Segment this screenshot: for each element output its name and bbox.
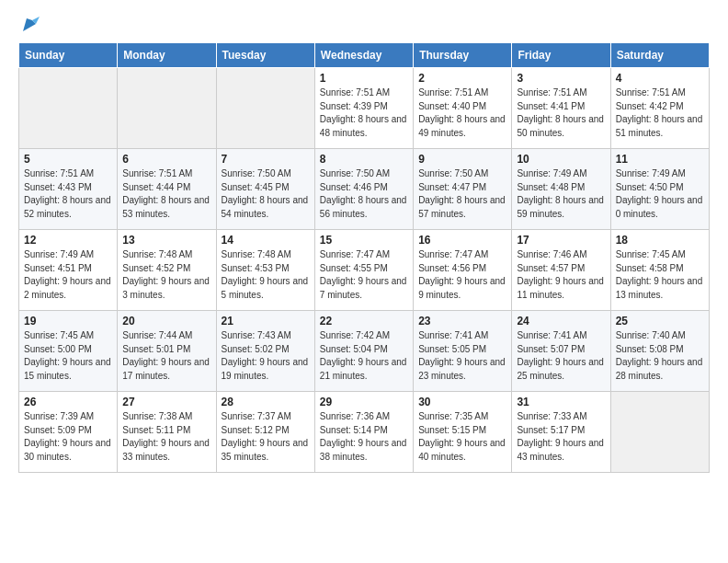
- day-info: Sunrise: 7:49 AM Sunset: 4:50 PM Dayligh…: [616, 167, 704, 221]
- day-number: 29: [320, 396, 408, 408]
- calendar-week-row: 19Sunrise: 7:45 AM Sunset: 5:00 PM Dayli…: [19, 311, 710, 392]
- calendar-cell: [19, 68, 118, 149]
- weekday-header: Monday: [118, 43, 216, 68]
- day-number: 16: [418, 234, 506, 247]
- day-number: 21: [222, 315, 310, 327]
- day-number: 2: [418, 72, 506, 85]
- day-number: 25: [616, 315, 704, 327]
- day-info: Sunrise: 7:35 AM Sunset: 5:15 PM Dayligh…: [418, 410, 506, 464]
- weekday-header-row: SundayMondayTuesdayWednesdayThursdayFrid…: [19, 43, 710, 68]
- logo-text: [18, 15, 40, 35]
- day-info: Sunrise: 7:42 AM Sunset: 5:04 PM Dayligh…: [320, 329, 408, 383]
- day-info: Sunrise: 7:51 AM Sunset: 4:41 PM Dayligh…: [517, 86, 605, 140]
- calendar-cell: 28Sunrise: 7:37 AM Sunset: 5:12 PM Dayli…: [216, 392, 314, 473]
- day-info: Sunrise: 7:45 AM Sunset: 4:58 PM Dayligh…: [616, 248, 704, 302]
- calendar-cell: 12Sunrise: 7:49 AM Sunset: 4:51 PM Dayli…: [19, 230, 118, 311]
- day-number: 18: [616, 234, 704, 247]
- calendar-cell: 14Sunrise: 7:48 AM Sunset: 4:53 PM Dayli…: [216, 230, 314, 311]
- calendar-cell: 2Sunrise: 7:51 AM Sunset: 4:40 PM Daylig…: [414, 68, 512, 149]
- day-info: Sunrise: 7:50 AM Sunset: 4:47 PM Dayligh…: [418, 167, 506, 221]
- calendar-week-row: 1Sunrise: 7:51 AM Sunset: 4:39 PM Daylig…: [19, 68, 710, 149]
- weekday-header: Saturday: [610, 43, 709, 68]
- day-info: Sunrise: 7:43 AM Sunset: 5:02 PM Dayligh…: [222, 329, 310, 383]
- calendar-cell: 20Sunrise: 7:44 AM Sunset: 5:01 PM Dayli…: [118, 311, 216, 392]
- day-number: 4: [616, 72, 704, 85]
- weekday-header: Sunday: [19, 43, 118, 68]
- day-number: 13: [122, 234, 210, 247]
- calendar-cell: 11Sunrise: 7:49 AM Sunset: 4:50 PM Dayli…: [610, 149, 709, 230]
- day-number: 30: [418, 396, 506, 408]
- day-info: Sunrise: 7:51 AM Sunset: 4:44 PM Dayligh…: [122, 167, 210, 221]
- day-number: 17: [517, 234, 605, 247]
- day-info: Sunrise: 7:50 AM Sunset: 4:45 PM Dayligh…: [222, 167, 310, 221]
- calendar-cell: 24Sunrise: 7:41 AM Sunset: 5:07 PM Dayli…: [512, 311, 610, 392]
- day-info: Sunrise: 7:49 AM Sunset: 4:51 PM Dayligh…: [24, 248, 112, 302]
- day-number: 28: [222, 396, 310, 408]
- day-info: Sunrise: 7:40 AM Sunset: 5:08 PM Dayligh…: [616, 329, 704, 383]
- logo-icon: [19, 15, 40, 35]
- day-info: Sunrise: 7:44 AM Sunset: 5:01 PM Dayligh…: [122, 329, 210, 383]
- calendar-week-row: 26Sunrise: 7:39 AM Sunset: 5:09 PM Dayli…: [19, 392, 710, 473]
- day-number: 12: [24, 234, 112, 247]
- day-info: Sunrise: 7:51 AM Sunset: 4:39 PM Dayligh…: [320, 86, 408, 140]
- calendar-cell: 27Sunrise: 7:38 AM Sunset: 5:11 PM Dayli…: [118, 392, 216, 473]
- day-number: 14: [222, 234, 310, 247]
- day-number: 5: [24, 153, 112, 166]
- day-number: 7: [222, 153, 310, 166]
- day-info: Sunrise: 7:36 AM Sunset: 5:14 PM Dayligh…: [320, 410, 408, 464]
- day-info: Sunrise: 7:48 AM Sunset: 4:53 PM Dayligh…: [222, 248, 310, 302]
- calendar-cell: 17Sunrise: 7:46 AM Sunset: 4:57 PM Dayli…: [512, 230, 610, 311]
- weekday-header: Tuesday: [216, 43, 314, 68]
- day-number: 26: [24, 396, 112, 408]
- day-info: Sunrise: 7:41 AM Sunset: 5:07 PM Dayligh…: [517, 329, 605, 383]
- day-number: 8: [320, 153, 408, 166]
- calendar-cell: 3Sunrise: 7:51 AM Sunset: 4:41 PM Daylig…: [512, 68, 610, 149]
- day-number: 27: [122, 396, 210, 408]
- day-info: Sunrise: 7:51 AM Sunset: 4:42 PM Dayligh…: [616, 86, 704, 140]
- day-info: Sunrise: 7:51 AM Sunset: 4:40 PM Dayligh…: [418, 86, 506, 140]
- day-number: 31: [517, 396, 605, 408]
- day-number: 9: [418, 153, 506, 166]
- day-number: 22: [320, 315, 408, 327]
- calendar-cell: 23Sunrise: 7:41 AM Sunset: 5:05 PM Dayli…: [414, 311, 512, 392]
- calendar-cell: [118, 68, 216, 149]
- day-info: Sunrise: 7:37 AM Sunset: 5:12 PM Dayligh…: [222, 410, 310, 464]
- calendar-cell: 16Sunrise: 7:47 AM Sunset: 4:56 PM Dayli…: [414, 230, 512, 311]
- day-info: Sunrise: 7:47 AM Sunset: 4:55 PM Dayligh…: [320, 248, 408, 302]
- calendar-cell: 13Sunrise: 7:48 AM Sunset: 4:52 PM Dayli…: [118, 230, 216, 311]
- day-number: 6: [122, 153, 210, 166]
- weekday-header: Thursday: [414, 43, 512, 68]
- calendar-cell: 15Sunrise: 7:47 AM Sunset: 4:55 PM Dayli…: [314, 230, 413, 311]
- calendar-cell: 19Sunrise: 7:45 AM Sunset: 5:00 PM Dayli…: [19, 311, 118, 392]
- calendar-cell: 18Sunrise: 7:45 AM Sunset: 4:58 PM Dayli…: [610, 230, 709, 311]
- day-info: Sunrise: 7:50 AM Sunset: 4:46 PM Dayligh…: [320, 167, 408, 221]
- day-info: Sunrise: 7:39 AM Sunset: 5:09 PM Dayligh…: [24, 410, 112, 464]
- day-info: Sunrise: 7:46 AM Sunset: 4:57 PM Dayligh…: [517, 248, 605, 302]
- day-info: Sunrise: 7:41 AM Sunset: 5:05 PM Dayligh…: [418, 329, 506, 383]
- day-info: Sunrise: 7:51 AM Sunset: 4:43 PM Dayligh…: [24, 167, 112, 221]
- day-info: Sunrise: 7:49 AM Sunset: 4:48 PM Dayligh…: [517, 167, 605, 221]
- page: SundayMondayTuesdayWednesdayThursdayFrid…: [0, 0, 728, 488]
- calendar-cell: 22Sunrise: 7:42 AM Sunset: 5:04 PM Dayli…: [314, 311, 413, 392]
- calendar-cell: 9Sunrise: 7:50 AM Sunset: 4:47 PM Daylig…: [414, 149, 512, 230]
- calendar-cell: 6Sunrise: 7:51 AM Sunset: 4:44 PM Daylig…: [118, 149, 216, 230]
- calendar-cell: 10Sunrise: 7:49 AM Sunset: 4:48 PM Dayli…: [512, 149, 610, 230]
- day-info: Sunrise: 7:48 AM Sunset: 4:52 PM Dayligh…: [122, 248, 210, 302]
- calendar-cell: 7Sunrise: 7:50 AM Sunset: 4:45 PM Daylig…: [216, 149, 314, 230]
- day-number: 20: [122, 315, 210, 327]
- calendar-cell: [610, 392, 709, 473]
- calendar-cell: 1Sunrise: 7:51 AM Sunset: 4:39 PM Daylig…: [314, 68, 413, 149]
- weekday-header: Wednesday: [314, 43, 413, 68]
- day-number: 23: [418, 315, 506, 327]
- day-number: 10: [517, 153, 605, 166]
- day-number: 19: [24, 315, 112, 327]
- day-info: Sunrise: 7:47 AM Sunset: 4:56 PM Dayligh…: [418, 248, 506, 302]
- calendar-cell: 4Sunrise: 7:51 AM Sunset: 4:42 PM Daylig…: [610, 68, 709, 149]
- calendar-cell: 30Sunrise: 7:35 AM Sunset: 5:15 PM Dayli…: [414, 392, 512, 473]
- day-info: Sunrise: 7:33 AM Sunset: 5:17 PM Dayligh…: [517, 410, 605, 464]
- day-number: 11: [616, 153, 704, 166]
- calendar-week-row: 12Sunrise: 7:49 AM Sunset: 4:51 PM Dayli…: [19, 230, 710, 311]
- calendar-cell: [216, 68, 314, 149]
- logo: [18, 15, 40, 35]
- calendar-cell: 31Sunrise: 7:33 AM Sunset: 5:17 PM Dayli…: [512, 392, 610, 473]
